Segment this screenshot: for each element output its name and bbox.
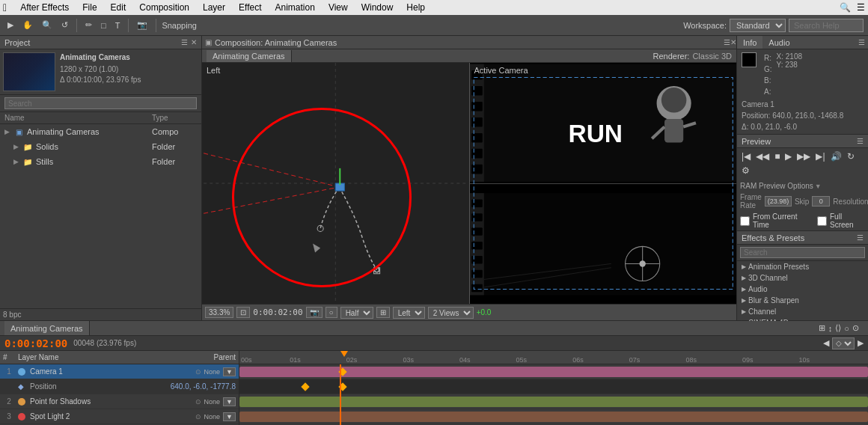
ruler-mark-7s: 07s (629, 356, 641, 364)
frame-rate-input[interactable] (765, 196, 792, 207)
search-input[interactable] (789, 19, 864, 32)
menu-edit[interactable]: Edit (105, 1, 132, 14)
toolbar-text-btn[interactable]: T (112, 19, 123, 31)
ram-preview-dropdown-btn[interactable]: ▼ (815, 183, 822, 190)
skip-input[interactable] (812, 196, 830, 207)
preview-last-btn[interactable]: ▶| (814, 150, 826, 162)
view-dropdown[interactable]: Left (393, 307, 425, 319)
effect-audio[interactable]: ▶ Audio (737, 284, 868, 295)
menu-composition[interactable]: Composition (133, 1, 195, 14)
preview-prev-btn[interactable]: ◀◀ (754, 150, 771, 162)
project-panel-header: Project ☰ ✕ (0, 36, 201, 49)
layer-row-2[interactable]: 2 Point for Shadows ⊙ None ▼ (0, 394, 239, 409)
preview-first-btn[interactable]: |◀ (740, 150, 752, 162)
layer-num-1: 1 (3, 367, 15, 376)
svg-rect-13 (664, 119, 683, 142)
preview-menu-btn[interactable]: ☰ (857, 137, 864, 145)
quality-dropdown[interactable]: Half (340, 307, 373, 319)
layer-parent-btn-3[interactable]: ▼ (223, 412, 236, 421)
toolbar-pen-btn[interactable]: ✏ (82, 19, 95, 31)
preview-settings-btn[interactable]: ⚙ (740, 165, 751, 177)
from-current-checkbox[interactable] (740, 216, 750, 226)
comp-panel-menu[interactable]: ☰ (724, 38, 730, 46)
effect-3d-channel[interactable]: ▶ 3D Channel (737, 272, 868, 284)
svg-rect-31 (471, 255, 483, 263)
preview-loop-btn[interactable]: ↻ (846, 150, 856, 162)
menu-animation[interactable]: Animation (269, 1, 321, 14)
grid-btn[interactable]: ⊞ (376, 307, 390, 318)
col-name-header: Name (4, 114, 152, 122)
project-item-animating-cameras[interactable]: ▶ ▣ Animating Cameras Compo (0, 124, 201, 139)
menu-effect[interactable]: Effect (233, 1, 267, 14)
timeline-ctrl-5[interactable]: ⊙ (852, 323, 859, 333)
track-row-1 (239, 364, 868, 379)
timeline-ctrl-4[interactable]: ○ (844, 324, 849, 333)
project-panel-controls: ☰ ✕ (181, 38, 197, 46)
right-panel: Info Audio ☰ R: G: B: A: X: 2108 (737, 36, 868, 320)
effect-blur-sharpen[interactable]: ▶ Blur & Sharpen (737, 295, 868, 306)
project-search-input[interactable] (4, 97, 197, 109)
tl-next-kf-btn[interactable]: ▶ (858, 337, 864, 349)
layer-row-1[interactable]: 1 Camera 1 ⊙ None ▼ (0, 364, 239, 379)
project-item-stills[interactable]: ▶ 📁 Stills Folder (0, 154, 201, 169)
layer-parent-btn-2[interactable]: ▼ (223, 397, 236, 406)
timeline-ctrl-2[interactable]: ↕ (828, 324, 833, 333)
preview-stop-btn[interactable]: ■ (773, 150, 781, 162)
workspace-dropdown[interactable]: Standard (730, 19, 786, 32)
full-screen-checkbox[interactable] (817, 216, 827, 226)
fit-btn[interactable]: ⊡ (236, 307, 250, 318)
menu-help[interactable]: Help (400, 1, 431, 14)
comp-panel-close[interactable]: ✕ (730, 38, 736, 46)
preview-next-btn[interactable]: ▶▶ (795, 150, 812, 162)
svg-rect-18 (471, 86, 483, 96)
col-type-header: Type (152, 114, 197, 122)
timeline-ctrl-1[interactable]: ⊞ (819, 323, 825, 333)
toolbar-zoom-btn[interactable]: 🔍 (39, 19, 55, 31)
audio-tab[interactable]: Audio (762, 36, 795, 49)
layer-dot-3 (18, 413, 25, 421)
info-tab[interactable]: Info (737, 36, 762, 49)
composition-panel: ▣ Composition: Animating Cameras ☰ ✕ Ani… (202, 36, 737, 320)
show-channel-btn[interactable]: ○ (326, 307, 337, 318)
timeline-tab[interactable]: Animating Cameras (4, 321, 90, 335)
toolbar-hand-btn[interactable]: ✋ (19, 19, 36, 31)
toolbar-select-btn[interactable]: ▶ (4, 19, 16, 31)
toolbar-mask-btn[interactable]: □ (98, 19, 109, 31)
menu-after-effects[interactable]: After Effects (14, 1, 75, 14)
menu-view[interactable]: View (323, 1, 354, 14)
project-item-solids[interactable]: ▶ 📁 Solids Folder (0, 139, 201, 154)
effect-animation-presets[interactable]: ▶ Animation Presets (737, 261, 868, 272)
zoom-btn[interactable]: 33.3% (205, 307, 233, 318)
svg-line-3 (204, 187, 339, 213)
layer-row-3[interactable]: 3 Spot Light 2 ⊙ None ▼ (0, 409, 239, 424)
effects-menu-btn[interactable]: ☰ (857, 233, 864, 242)
toolbar-rotate-btn[interactable]: ↺ (58, 19, 71, 31)
project-panel-menu-btn[interactable]: ☰ (181, 38, 188, 46)
project-panel-close-btn[interactable]: ✕ (191, 38, 197, 46)
playhead-ruler-marker (340, 351, 349, 364)
tl-mode-select[interactable]: ◇ (832, 337, 855, 349)
menu-layer[interactable]: Layer (197, 1, 231, 14)
layer-parent-btn-1[interactable]: ▼ (223, 367, 236, 376)
comp-left-view[interactable]: Left (202, 63, 470, 304)
preview-audio-btn[interactable]: 🔊 (829, 150, 843, 162)
effect-channel[interactable]: ▶ Channel (737, 306, 868, 317)
tl-prev-kf-btn[interactable]: ◀ (823, 337, 829, 349)
views-dropdown[interactable]: 2 Views (428, 307, 474, 319)
expand-icon-solids: ▶ (13, 143, 22, 150)
comp-name-tab[interactable]: Animating Cameras (207, 50, 292, 62)
effects-panel-header: Effects & Presets ☰ (737, 231, 868, 245)
layer-none-2: None (204, 398, 221, 406)
info-panel-menu[interactable]: ☰ (858, 36, 865, 49)
menu-window[interactable]: Window (355, 1, 400, 14)
resolution-label: Resolution (833, 198, 868, 206)
toolbar-camera-btn[interactable]: 📷 (134, 19, 150, 31)
ruler-mark-1s: 01s (290, 356, 301, 364)
layer-row-1-sub[interactable]: ◆ Position 640.0, -6.0, -1777.8 (0, 379, 239, 394)
timeline-fps: 00048 (23.976 fps) (73, 339, 136, 347)
timeline-ctrl-3[interactable]: ⟨⟩ (835, 323, 841, 333)
menu-file[interactable]: File (76, 1, 103, 14)
preview-play-btn[interactable]: ▶ (783, 150, 793, 162)
effects-search-input[interactable] (740, 247, 865, 258)
snapshot-btn[interactable]: 📷 (306, 307, 323, 318)
